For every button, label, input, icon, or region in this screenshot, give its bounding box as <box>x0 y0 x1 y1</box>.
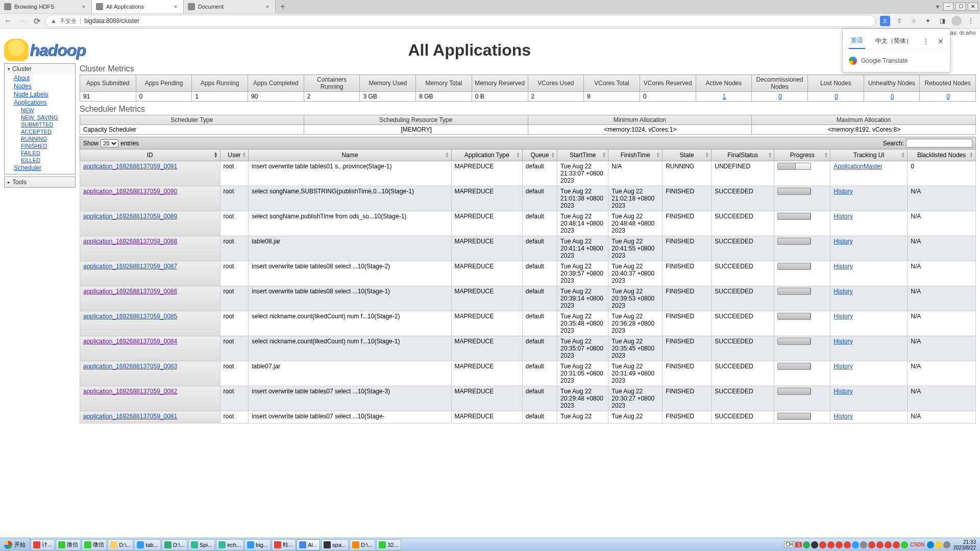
forward-button[interactable]: → <box>16 15 29 27</box>
url-input[interactable]: ▲ 不安全 | bigdata:8088/cluster <box>45 15 876 27</box>
url-text: bigdata:8088/cluster <box>84 17 870 24</box>
window-controls: ─ ☐ ✕ <box>943 3 980 11</box>
tab-close-icon[interactable]: × <box>264 3 271 10</box>
close-button[interactable]: ✕ <box>968 3 978 11</box>
browser-tab[interactable]: Browsing HDFS× <box>0 0 92 13</box>
address-bar: ← → ⟳ ▲ 不安全 | bigdata:8088/cluster 文 ⇧ ☆… <box>0 13 980 29</box>
browser-tab[interactable]: Document× <box>184 0 276 13</box>
menu-icon[interactable]: ⋮ <box>966 16 976 26</box>
tab-favicon <box>96 3 103 10</box>
profile-icon[interactable] <box>951 16 962 26</box>
tab-bar: Browsing HDFS×All Applications×Document×… <box>0 0 980 13</box>
back-button[interactable]: ← <box>2 15 14 27</box>
browser-tab[interactable]: All Applications× <box>92 0 184 13</box>
tab-title: All Applications <box>106 4 172 10</box>
maximize-button[interactable]: ☐ <box>955 3 966 11</box>
share-icon[interactable]: ⇧ <box>894 16 904 26</box>
new-tab-button[interactable]: + <box>276 2 290 11</box>
tab-favicon <box>188 3 195 10</box>
browser-chrome: Browsing HDFS×All Applications×Document×… <box>0 0 980 29</box>
tab-close-icon[interactable]: × <box>80 3 87 10</box>
minimize-button[interactable]: ─ <box>943 3 953 11</box>
sidepanel-icon[interactable]: ◨ <box>937 16 947 26</box>
tab-title: Browsing HDFS <box>14 4 80 10</box>
tab-favicon <box>4 3 11 10</box>
tab-dropdown[interactable]: ▾ <box>932 3 943 10</box>
warning-icon: ▲ <box>51 17 57 24</box>
extensions-icon[interactable]: ✦ <box>923 16 933 26</box>
security-label: 不安全 <box>60 17 77 25</box>
translate-icon[interactable]: 文 <box>880 16 890 26</box>
bookmark-icon[interactable]: ☆ <box>909 16 919 26</box>
tab-close-icon[interactable]: × <box>172 3 179 10</box>
tab-title: Document <box>198 4 264 10</box>
reload-button[interactable]: ⟳ <box>31 15 43 27</box>
